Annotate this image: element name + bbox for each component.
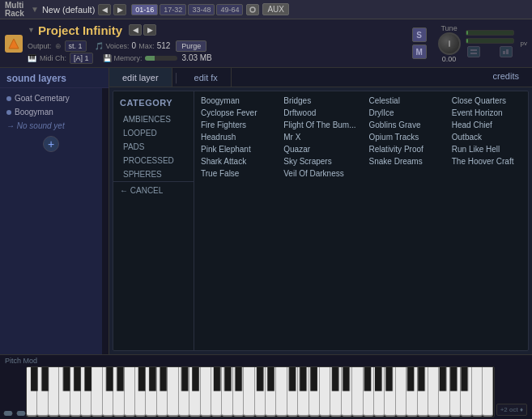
result-firefighters[interactable]: Fire Fighters <box>199 119 272 131</box>
midi-value[interactable]: [A] 1 <box>70 53 93 64</box>
white-key[interactable] <box>439 367 449 417</box>
edit-fx-tab[interactable]: edit fx <box>181 68 232 87</box>
result-bridges[interactable]: Bridges <box>282 95 357 107</box>
slider-handle-2[interactable] <box>17 411 25 416</box>
result-opium-tracks[interactable]: Opium Tracks <box>368 131 440 143</box>
white-key[interactable] <box>103 367 113 417</box>
result-close-quarters[interactable]: Close Quarters <box>450 95 523 107</box>
project-dropdown-arrow[interactable]: ▼ <box>28 26 35 34</box>
white-key[interactable] <box>352 367 363 417</box>
white-key[interactable] <box>406 367 417 417</box>
white-key[interactable] <box>320 367 330 417</box>
pitch-slider-1[interactable] <box>3 413 13 414</box>
white-key[interactable] <box>201 367 211 417</box>
result-veil-of-darkness[interactable]: Veil Of Darkness <box>282 167 357 180</box>
white-key[interactable] <box>37 367 48 417</box>
slider-handle-1[interactable] <box>4 411 12 416</box>
cancel-link[interactable]: ← CANCEL <box>120 186 163 195</box>
ch-tab-4[interactable]: 49-64 <box>216 4 243 15</box>
pitch-slider-2[interactable] <box>16 413 26 414</box>
credits-tab[interactable]: credits <box>480 68 532 87</box>
eq-btn[interactable] <box>500 46 513 57</box>
output-value[interactable]: st. 1 <box>65 40 87 52</box>
result-pink-elephant[interactable]: Pink Elephant <box>199 143 272 155</box>
edit-layer-tab[interactable]: edit layer <box>109 68 172 87</box>
result-snake-dreams[interactable]: Snake Dreams <box>368 155 440 167</box>
cat-item-processed[interactable]: PROCESSED <box>113 154 194 167</box>
result-celestial[interactable]: Celestial <box>368 95 440 107</box>
cat-item-looped[interactable]: LOOPED <box>113 126 194 140</box>
layer-item-0[interactable]: Goat Cemetary <box>0 91 102 105</box>
scroll-track[interactable] <box>102 88 109 354</box>
result-event-horizon[interactable]: Event Horizon <box>450 107 523 119</box>
preset-prev-btn[interactable]: ◀ <box>98 4 111 15</box>
white-key[interactable] <box>342 367 352 417</box>
result-flight[interactable]: Flight Of The Bum... <box>282 119 357 131</box>
ch-tab-3[interactable]: 33-48 <box>188 4 215 15</box>
settings-icon[interactable] <box>246 4 259 15</box>
white-key[interactable] <box>418 367 428 417</box>
white-key[interactable] <box>135 367 146 417</box>
white-key[interactable] <box>113 367 124 417</box>
cat-item-ambiences[interactable]: AMBIENCES <box>113 112 194 126</box>
m-button[interactable]: M <box>412 44 427 59</box>
white-key[interactable] <box>255 367 266 417</box>
white-key[interactable] <box>70 367 81 417</box>
cat-item-pads[interactable]: PADS <box>113 140 194 154</box>
white-key[interactable] <box>49 367 59 417</box>
result-run-like-hell[interactable]: Run Like Hell <box>450 143 523 155</box>
white-key[interactable] <box>179 367 189 417</box>
result-cyclopse[interactable]: Cyclopse Fever <box>199 107 272 119</box>
octave-label[interactable]: +2 oct ♦ <box>496 404 527 416</box>
white-key[interactable] <box>450 367 461 417</box>
white-key[interactable] <box>168 367 178 417</box>
result-true-false[interactable]: True False <box>199 167 272 180</box>
result-mrx[interactable]: Mr X <box>282 131 357 143</box>
s-button[interactable]: S <box>412 28 427 42</box>
white-key[interactable] <box>157 367 168 417</box>
white-key[interactable] <box>244 367 254 417</box>
white-key[interactable] <box>81 367 92 417</box>
white-key[interactable] <box>92 367 102 417</box>
aux-btn[interactable]: AUX <box>262 3 289 15</box>
ch-tab-2[interactable]: 17-32 <box>160 4 186 15</box>
result-headrush[interactable]: Headrush <box>199 131 272 143</box>
cat-item-spheres[interactable]: SPHERES <box>113 167 194 181</box>
white-key[interactable] <box>266 367 276 417</box>
white-key[interactable] <box>222 367 232 417</box>
white-key[interactable] <box>396 367 406 417</box>
result-dryice[interactable]: DrylIce <box>368 107 440 119</box>
result-boogyman[interactable]: Boogyman <box>199 95 272 107</box>
white-key[interactable] <box>189 367 200 417</box>
white-key[interactable] <box>287 367 298 417</box>
white-key[interactable] <box>461 367 471 417</box>
white-key[interactable] <box>276 367 287 417</box>
white-key[interactable] <box>374 367 385 417</box>
white-key[interactable] <box>125 367 135 417</box>
white-key[interactable] <box>364 367 374 417</box>
result-goblins-grave[interactable]: Goblins Grave <box>368 119 440 131</box>
white-key[interactable] <box>27 367 37 417</box>
white-key[interactable] <box>483 367 493 417</box>
result-relativity-proof[interactable]: Relativity Proof <box>368 143 440 155</box>
project-prev-btn[interactable]: ◀ <box>129 24 142 36</box>
white-key[interactable] <box>298 367 309 417</box>
ch-tab-1[interactable]: 01-16 <box>131 4 158 15</box>
white-key[interactable] <box>211 367 222 417</box>
white-key[interactable] <box>59 367 70 417</box>
white-key[interactable] <box>428 367 439 417</box>
result-sky-scrapers[interactable]: Sky Scrapers <box>282 155 357 167</box>
white-key[interactable] <box>385 367 395 417</box>
preset-next-btn[interactable]: ▶ <box>113 4 126 15</box>
result-shark-attack[interactable]: Shark Attack <box>199 155 272 167</box>
dropdown-arrow-main[interactable]: ▼ <box>31 5 39 14</box>
add-layer-button[interactable]: + <box>43 136 59 152</box>
result-quazar[interactable]: Quazar <box>282 143 357 155</box>
result-outback[interactable]: Outback <box>450 131 523 143</box>
result-the-hoover-craft[interactable]: The Hoover Craft <box>450 155 523 167</box>
white-key[interactable] <box>233 367 244 417</box>
purge-button[interactable]: Purge <box>176 40 206 52</box>
tune-knob[interactable] <box>438 32 461 55</box>
result-head-chief[interactable]: Head Chief <box>450 119 523 131</box>
result-drftwood[interactable]: Drftwood <box>282 107 357 119</box>
